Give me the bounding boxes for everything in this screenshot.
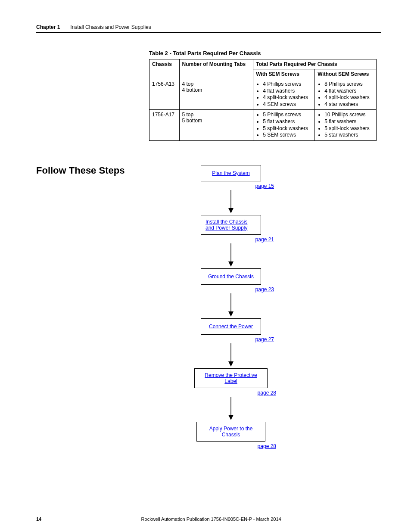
cell-without: 10 Phillips screws 5 flat washers 5 spli… <box>315 110 377 140</box>
col-chassis: Chassis <box>149 59 180 79</box>
page-footer: 14 Rockwell Automation Publication 1756-… <box>36 516 381 522</box>
parts-table: Chassis Number of Mounting Tabs Total Pa… <box>149 59 377 141</box>
flow-link[interactable]: Apply Power to the Chassis <box>201 426 261 438</box>
flow-link[interactable]: Install the Chassis and Power Supply <box>206 219 256 231</box>
arrow-down-icon <box>175 342 287 368</box>
cell-with: 5 Phillips screws 5 flat washers 5 split… <box>253 110 315 140</box>
cell-chassis: 1756-A13 <box>149 79 180 110</box>
svg-marker-7 <box>228 361 234 367</box>
flow-step-ground: Ground the Chassis <box>201 268 261 285</box>
svg-marker-5 <box>228 311 234 317</box>
table-caption: Table 2 - Total Parts Required Per Chass… <box>149 50 381 56</box>
page-ref-link[interactable]: page 23 <box>255 286 274 292</box>
chapter-label: Chapter 1 <box>36 24 60 30</box>
flowchart: Plan the System page 15 Install the Chas… <box>175 165 287 449</box>
cell-chassis: 1756-A17 <box>149 110 180 140</box>
arrow-down-icon <box>175 396 287 422</box>
col-total-span: Total Parts Required Per Chassis <box>253 59 377 69</box>
page-ref-link[interactable]: page 15 <box>255 183 274 189</box>
flow-step-plan: Plan the System <box>201 165 261 181</box>
cell-tabs: 5 top 5 bottom <box>179 110 253 140</box>
cell-with: 4 Phillips screws 4 flat washers 4 split… <box>253 79 315 110</box>
page-ref-link[interactable]: page 28 <box>258 443 276 449</box>
chapter-title: Install Chassis and Power Supplies <box>70 24 151 30</box>
table-row: 1756-A17 5 top 5 bottom 5 Phillips screw… <box>149 110 377 140</box>
flow-step-install: Install the Chassis and Power Supply <box>201 215 261 235</box>
flow-link[interactable]: Connect the Power <box>209 324 253 330</box>
cell-tabs: 4 top 4 bottom <box>179 79 253 110</box>
svg-marker-3 <box>228 261 234 267</box>
col-without: Without SEM Screws <box>315 69 377 79</box>
page-ref-link[interactable]: page 27 <box>255 336 274 342</box>
section-heading: Follow These Steps <box>36 165 149 176</box>
flow-link[interactable]: Plan the System <box>212 170 249 176</box>
arrow-down-icon <box>175 189 287 215</box>
svg-marker-9 <box>228 415 234 420</box>
col-tabs: Number of Mounting Tabs <box>179 59 253 79</box>
page-ref-link[interactable]: page 21 <box>255 236 274 243</box>
arrow-down-icon <box>175 243 287 268</box>
flow-step-apply-power: Apply Power to the Chassis <box>196 422 265 442</box>
publication-info: Rockwell Automation Publication 1756-IN0… <box>41 516 381 522</box>
arrow-down-icon <box>175 292 287 318</box>
svg-marker-1 <box>228 208 234 213</box>
table-row: 1756-A13 4 top 4 bottom 4 Phillips screw… <box>149 79 377 110</box>
page-header: Chapter 1 Install Chassis and Power Supp… <box>36 24 381 33</box>
flow-step-remove-label: Remove the Protective Label <box>194 368 268 388</box>
page-ref-link[interactable]: page 28 <box>258 390 276 396</box>
flow-step-connect: Connect the Power <box>201 318 261 335</box>
col-with: With SEM Screws <box>253 69 315 79</box>
flow-link[interactable]: Remove the Protective Label <box>199 372 263 384</box>
cell-without: 8 Phillips screws 4 flat washers 4 split… <box>315 79 377 110</box>
page-number: 14 <box>36 516 41 522</box>
flow-link[interactable]: Ground the Chassis <box>208 274 254 280</box>
